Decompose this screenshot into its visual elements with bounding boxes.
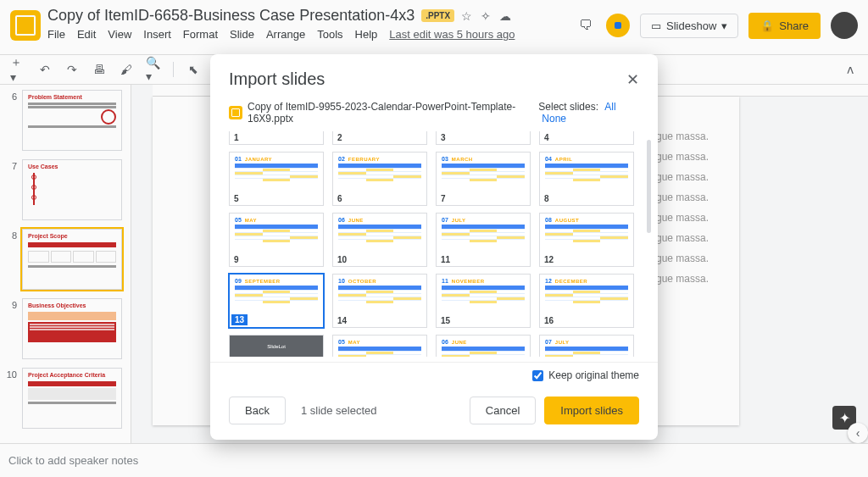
import-slide-thumbnail[interactable]: 11NOVEMBER15 (436, 274, 531, 328)
import-slide-thumbnail[interactable]: 1 (229, 131, 324, 145)
import-slide-thumbnail[interactable]: 06JUNE10 (332, 213, 427, 267)
import-slide-thumbnail[interactable]: 07JULY11 (436, 213, 531, 267)
import-slide-thumbnail[interactable]: 06JUNE (436, 335, 531, 357)
import-slide-thumbnail[interactable]: 12DECEMBER16 (539, 274, 634, 328)
import-slide-number: 6 (335, 194, 345, 203)
import-slide-number: 1 (231, 133, 242, 142)
import-slide-thumbnail[interactable]: 04APRIL8 (539, 152, 634, 206)
import-slide-thumbnail[interactable]: SlideLot (229, 335, 324, 357)
slides-file-icon (229, 106, 242, 119)
back-button[interactable]: Back (229, 397, 286, 424)
slide-grid-scroll[interactable]: 123401JANUARY502FEBRUARY603MARCH704APRIL… (210, 131, 658, 362)
import-slides-dialog: Import slides ✕ Copy of ItemID-9955-2023… (210, 54, 658, 440)
import-slide-number: 8 (542, 194, 552, 203)
import-slide-number: 16 (542, 316, 556, 325)
select-none-link[interactable]: None (542, 113, 566, 125)
keep-original-theme-checkbox[interactable] (532, 370, 543, 381)
import-slide-thumbnail[interactable]: 10OCTOBER14 (332, 274, 427, 328)
import-slide-number: 2 (335, 133, 345, 142)
import-slide-number: 12 (542, 255, 556, 264)
import-slide-thumbnail[interactable]: 07JULY (539, 335, 634, 357)
import-slide-thumbnail[interactable]: 05MAY9 (229, 213, 324, 267)
import-slide-number: 10 (335, 255, 349, 264)
import-slide-number: 11 (438, 255, 453, 264)
import-slide-number: 3 (438, 133, 448, 142)
import-slide-thumbnail[interactable]: 05MAY (332, 335, 427, 357)
import-slide-number: 14 (335, 316, 349, 325)
import-slide-thumbnail[interactable]: 02FEBRUARY6 (332, 152, 427, 206)
import-slide-thumbnail[interactable]: 09SEPTEMBER13 (229, 274, 324, 328)
cancel-button[interactable]: Cancel (470, 397, 536, 424)
import-slide-number: 5 (231, 194, 242, 203)
import-slide-thumbnail[interactable]: 08AUGUST12 (539, 213, 634, 267)
import-slide-number: 13 (231, 314, 248, 325)
close-icon[interactable]: ✕ (626, 70, 639, 89)
import-slide-number: 7 (438, 194, 448, 203)
import-slide-number: 15 (438, 316, 453, 325)
source-filename: Copy of ItemID-9955-2023-Calendar-PowerP… (248, 101, 538, 125)
import-slide-thumbnail[interactable]: 3 (436, 131, 531, 145)
dialog-title: Import slides (229, 69, 325, 89)
selection-count: 1 slide selected (301, 404, 377, 417)
import-slide-number: 9 (231, 255, 242, 264)
modal-backdrop: Import slides ✕ Copy of ItemID-9955-2023… (0, 0, 868, 477)
import-slide-thumbnail[interactable]: 2 (332, 131, 427, 145)
import-slide-thumbnail[interactable]: 03MARCH7 (436, 152, 531, 206)
import-slides-button[interactable]: Import slides (544, 397, 639, 424)
import-slide-thumbnail[interactable]: 01JANUARY5 (229, 152, 324, 206)
keep-original-theme-label: Keep original theme (548, 369, 639, 381)
import-slide-number: 4 (542, 133, 552, 142)
select-all-link[interactable]: All (604, 101, 615, 113)
import-slide-thumbnail[interactable]: 4 (539, 131, 634, 145)
select-slides-label: Select slides: (538, 101, 598, 113)
